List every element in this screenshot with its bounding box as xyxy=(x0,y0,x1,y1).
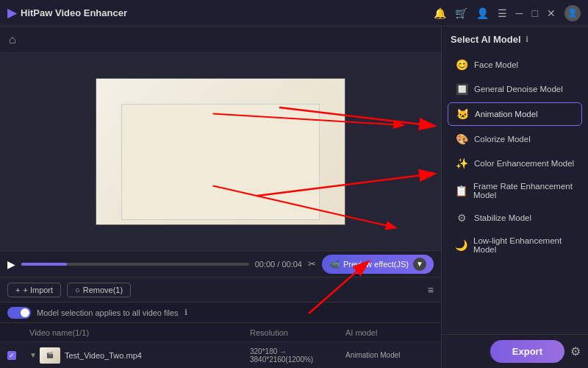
cart-icon[interactable]: 🛒 xyxy=(455,7,467,19)
timeline-bar: ▶ 00:00 / 00:04 ✂ 📹 Preview effect(JS) ▼ xyxy=(0,250,441,277)
ai-model-colorize[interactable]: 🎨 Colorize Model xyxy=(448,128,582,150)
ai-panel-header: Select AI Model ℹ xyxy=(442,26,588,51)
model-info-icon[interactable]: ℹ xyxy=(184,308,187,317)
import-label: + Import xyxy=(23,286,53,294)
export-bar: Export ⚙ xyxy=(442,334,588,368)
window-controls[interactable]: 🔔 🛒 👤 ☰ ─ □ ✕ 👤 xyxy=(434,5,581,21)
stabilize-label: Stabilize Model xyxy=(474,213,531,222)
header-resolution: Resolution xyxy=(250,328,345,337)
logo-icon: ▶ xyxy=(7,6,16,20)
colorize-model-icon: 🎨 xyxy=(455,133,468,145)
import-button[interactable]: + + Import xyxy=(7,283,61,297)
right-panel: Select AI Model ℹ 😊 Face Model 🔲 General… xyxy=(441,26,588,368)
frame-rate-icon: 📋 xyxy=(455,185,467,197)
denoise-model-label: General Denoise Model xyxy=(474,85,563,93)
play-button[interactable]: ▶ xyxy=(7,258,15,270)
low-light-icon: 🌙 xyxy=(455,239,467,251)
export-button[interactable]: Export xyxy=(490,340,564,363)
expand-icon[interactable]: ▼ xyxy=(29,351,37,359)
video-preview-inner xyxy=(121,104,320,220)
file-name: Test_Video_Two.mp4 xyxy=(65,351,250,360)
left-panel: ⌂ xyxy=(0,26,441,368)
app-logo: ▶ HitPaw Video Enhancer xyxy=(7,6,127,20)
ai-model-color-enhance[interactable]: ✨ Color Enhancement Model xyxy=(448,152,582,174)
ai-model-face[interactable]: 😊 Face Model xyxy=(448,54,582,76)
ai-model-low-light[interactable]: 🌙 Low-light Enhancement Model xyxy=(448,231,582,259)
title-bar: ▶ HitPaw Video Enhancer 🔔 🛒 👤 ☰ ─ □ ✕ 👤 xyxy=(0,0,588,26)
stabilize-icon: ⚙ xyxy=(455,212,468,224)
time-display: 00:00 / 00:04 xyxy=(255,260,302,269)
toggle-knob xyxy=(21,308,29,317)
model-toggle-switch[interactable] xyxy=(7,307,31,319)
animation-model-label: Animation Model xyxy=(475,110,538,118)
frame-rate-label: Frame Rate Enhancement Model xyxy=(473,182,575,199)
file-list-header: Video name(1/1) Resolution AI model xyxy=(0,322,441,342)
color-enhance-icon: ✨ xyxy=(455,158,468,169)
app-name: HitPaw Video Enhancer xyxy=(21,7,127,18)
bell-icon[interactable]: 🔔 xyxy=(434,7,446,19)
person-icon[interactable]: 👤 xyxy=(476,7,489,19)
colorize-model-label: Colorize Model xyxy=(474,135,531,144)
video-preview xyxy=(96,78,345,225)
model-toggle-label: Model selection applies to all video fil… xyxy=(37,308,179,317)
ai-model-animation[interactable]: 🐱 Animation Model xyxy=(448,102,582,126)
import-icon: + xyxy=(15,286,20,294)
face-model-label: Face Model xyxy=(474,60,518,69)
preview-effect-label: Preview effect(JS) xyxy=(343,260,409,269)
maximize-icon[interactable]: □ xyxy=(532,7,538,19)
file-resolution: 320*180 → 3840*2160(1200%) xyxy=(250,347,345,364)
timeline-progress xyxy=(21,263,67,266)
file-checkbox-area: ✓ xyxy=(7,351,29,360)
file-ai-model: Animation Model xyxy=(345,351,434,359)
model-toggle-row: Model selection applies to all video fil… xyxy=(0,302,441,322)
main-layout: ⌂ xyxy=(0,26,588,368)
remove-button[interactable]: ○ Remove(1) xyxy=(67,283,131,297)
header-ai: AI model xyxy=(345,328,434,337)
file-checkbox[interactable]: ✓ xyxy=(7,351,16,360)
bottom-toolbar: + + Import ○ Remove(1) ≡ xyxy=(0,277,441,302)
ai-model-frame-rate[interactable]: 📋 Frame Rate Enhancement Model xyxy=(448,177,582,205)
animation-model-icon: 🐱 xyxy=(456,108,469,120)
minimize-icon[interactable]: ─ xyxy=(516,7,523,19)
ai-model-stabilize[interactable]: ⚙ Stabilize Model xyxy=(448,207,582,229)
ai-panel-title: Select AI Model xyxy=(451,34,521,45)
ai-info-icon[interactable]: ℹ xyxy=(526,35,528,44)
nav-bar: ⌂ xyxy=(0,26,441,53)
header-name: Video name(1/1) xyxy=(29,328,250,337)
menu-icon[interactable]: ☰ xyxy=(498,7,507,19)
file-list-item[interactable]: ✓ ▼ 🎬 Test_Video_Two.mp4 320*180 → 3840*… xyxy=(0,342,441,368)
user-avatar[interactable]: 👤 xyxy=(564,5,581,21)
preview-dropdown-arrow[interactable]: ▼ xyxy=(413,258,426,271)
low-light-label: Low-light Enhancement Model xyxy=(473,236,575,254)
file-thumbnail: 🎬 xyxy=(40,347,60,364)
preview-effect-button[interactable]: 📹 Preview effect(JS) ▼ xyxy=(322,255,434,274)
timeline-track[interactable] xyxy=(21,263,249,266)
scissors-icon[interactable]: ✂ xyxy=(308,258,316,269)
ai-models-list: 😊 Face Model 🔲 General Denoise Model 🐱 A… xyxy=(442,51,588,334)
sort-icon[interactable]: ≡ xyxy=(428,284,434,296)
color-enhance-label: Color Enhancement Model xyxy=(474,159,574,168)
face-model-icon: 😊 xyxy=(455,59,468,71)
export-settings-icon[interactable]: ⚙ xyxy=(570,344,581,358)
ai-model-denoise[interactable]: 🔲 General Denoise Model xyxy=(448,78,582,100)
denoise-model-icon: 🔲 xyxy=(455,83,468,95)
remove-label: Remove(1) xyxy=(83,286,123,294)
home-icon[interactable]: ⌂ xyxy=(9,33,16,46)
camera-icon: 📹 xyxy=(329,259,340,269)
video-area xyxy=(0,53,441,250)
close-icon[interactable]: ✕ xyxy=(547,7,556,19)
remove-icon: ○ xyxy=(75,286,80,294)
